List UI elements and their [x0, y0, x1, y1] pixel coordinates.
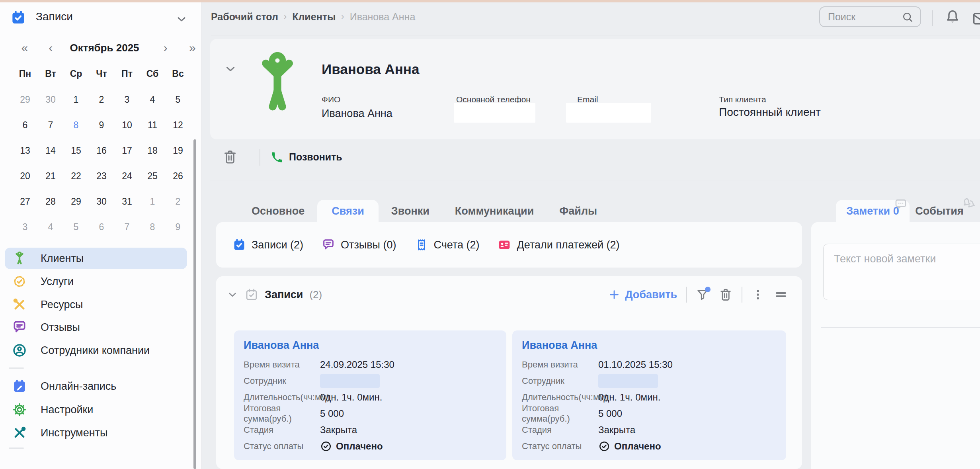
calendar-day[interactable]: 14 [38, 138, 63, 163]
new-note-input[interactable] [823, 244, 980, 300]
calendar-day[interactable]: 21 [38, 163, 63, 189]
tab-main[interactable]: Основное [239, 200, 317, 222]
call-phone-icon[interactable] [269, 150, 283, 165]
calendar-day[interactable]: 27 [12, 189, 38, 214]
calendar-next-month-button[interactable]: › [157, 39, 174, 57]
field-value-phone-redacted[interactable] [454, 103, 535, 123]
collapse-chevron-icon[interactable] [226, 289, 238, 301]
calendar-day[interactable]: 5 [63, 214, 89, 240]
record-client-link[interactable]: Иванова Анна [522, 339, 777, 352]
calendar-day[interactable]: 11 [140, 112, 165, 138]
calendar-prev-month-button[interactable]: ‹ [42, 39, 59, 57]
mail-envelope-icon[interactable] [972, 10, 980, 27]
tab-calls[interactable]: Звонки [379, 200, 442, 222]
calendar-day[interactable]: 29 [12, 87, 38, 112]
filter-button[interactable] [695, 287, 710, 302]
record-field-label: Статус оплаты [522, 441, 598, 451]
tab-communications[interactable]: Коммуникации [442, 200, 547, 222]
record-field-row: Итоговая сумма(руб.)5 000 [522, 405, 777, 422]
client-collapse-chevron-icon[interactable] [224, 62, 237, 76]
sidebar-item-services[interactable]: Услуги [5, 271, 187, 292]
topbar-divider [932, 10, 933, 26]
tab-events[interactable]: События [914, 200, 965, 222]
sidebar-item-label: Отзывы [41, 321, 80, 334]
record-card[interactable]: Иванова Анна Время визита01.10.2025 15:3… [512, 330, 786, 460]
calendar-day[interactable]: 5 [165, 87, 191, 112]
notifications-bell-icon[interactable] [944, 9, 961, 25]
calendar-day[interactable]: 19 [165, 138, 191, 163]
calendar-day[interactable]: 3 [12, 214, 38, 240]
calendar-day[interactable]: 10 [114, 112, 140, 138]
sidebar-item-clients[interactable]: Клиенты [5, 248, 187, 269]
calendar-day[interactable]: 20 [12, 163, 38, 189]
relation-records[interactable]: Записи (2) [232, 238, 303, 252]
calendar-day[interactable]: 2 [165, 189, 191, 214]
breadcrumb-item-clients[interactable]: Клиенты [292, 11, 336, 23]
sidebar-collapse-chevron-icon[interactable] [175, 13, 188, 25]
calendar-day[interactable]: 25 [140, 163, 165, 189]
delete-client-trash-icon[interactable] [222, 149, 238, 165]
layout-toggle-button[interactable] [773, 287, 789, 302]
calendar-day[interactable]: 8 [140, 214, 165, 240]
calendar-day[interactable]: 1 [140, 189, 165, 214]
field-value-email-redacted[interactable] [566, 103, 651, 123]
records-section-count: (2) [309, 289, 322, 301]
payment-card-icon [498, 238, 511, 252]
calendar-day[interactable]: 9 [89, 112, 114, 138]
sidebar-item-online-booking[interactable]: Онлайн-запись [5, 375, 187, 397]
record-field-row: Статус оплатыОплачено [244, 438, 497, 454]
calendar-day[interactable]: 12 [165, 112, 191, 138]
search-icon[interactable] [901, 11, 914, 23]
relation-reviews[interactable]: Отзывы (0) [322, 238, 396, 252]
more-options-button[interactable] [751, 288, 765, 301]
calendar-day[interactable]: 30 [38, 87, 63, 112]
calendar-day[interactable]: 15 [63, 138, 89, 163]
calendar-day[interactable]: 8 [63, 112, 89, 138]
calendar-day[interactable]: 6 [89, 214, 114, 240]
delete-records-button[interactable] [718, 287, 733, 302]
tab-relations[interactable]: Связи [317, 200, 379, 222]
calendar-day[interactable]: 7 [114, 214, 140, 240]
sidebar-item-employees[interactable]: Сотрудники компании [5, 340, 187, 361]
record-client-link[interactable]: Иванова Анна [244, 339, 497, 352]
relation-invoices[interactable]: Счета (2) [415, 238, 480, 252]
breadcrumb-item-desktop[interactable]: Рабочий стол [211, 11, 278, 23]
calendar-day[interactable]: 7 [38, 112, 63, 138]
calendar-day[interactable]: 9 [165, 214, 191, 240]
calendar-day[interactable]: 18 [140, 138, 165, 163]
calendar-next-year-button[interactable]: » [184, 39, 201, 57]
calendar-day[interactable]: 6 [12, 112, 38, 138]
calendar-day[interactable]: 2 [89, 87, 114, 112]
calendar-day[interactable]: 4 [140, 87, 165, 112]
calendar-day[interactable]: 23 [89, 163, 114, 189]
calendar-day[interactable]: 3 [114, 87, 140, 112]
calendar-day[interactable]: 28 [38, 189, 63, 214]
calendar-day[interactable]: 17 [114, 138, 140, 163]
calendar-day[interactable]: 4 [38, 214, 63, 240]
call-button[interactable]: Позвонить [289, 151, 342, 163]
calendar-day[interactable]: 31 [114, 189, 140, 214]
calendar-day[interactable]: 22 [63, 163, 89, 189]
record-card[interactable]: Иванова Анна Время визита24.09.2025 15:3… [234, 330, 506, 460]
add-record-button[interactable]: Добавить [608, 289, 677, 301]
record-field-row: Статус оплатыОплачено [522, 438, 777, 454]
calendar-day[interactable]: 16 [89, 138, 114, 163]
sidebar-item-resources[interactable]: Ресурсы [5, 294, 187, 315]
record-field-row: Время визита24.09.2025 15:30 [244, 356, 497, 373]
calendar-day[interactable]: 29 [63, 189, 89, 214]
records-section-title: Записи [265, 289, 303, 301]
calendar-day[interactable]: 13 [12, 138, 38, 163]
calendar-day[interactable]: 24 [114, 163, 140, 189]
paid-check-icon [598, 440, 610, 452]
tab-files[interactable]: Файлы [547, 200, 610, 222]
sidebar-item-settings[interactable]: Настройки [5, 399, 187, 420]
calendar-prev-year-button[interactable]: « [16, 39, 33, 57]
calendar-day[interactable]: 30 [89, 189, 114, 214]
sidebar-item-tools[interactable]: Инструменты [5, 422, 187, 444]
sidebar-scrollbar[interactable] [193, 139, 196, 469]
record-field-label: Длительность(чч:мм) [244, 392, 320, 403]
sidebar-item-reviews[interactable]: Отзывы [5, 317, 187, 338]
relation-payment-details[interactable]: Детали платежей (2) [498, 238, 619, 252]
calendar-day[interactable]: 26 [165, 163, 191, 189]
calendar-day[interactable]: 1 [63, 87, 89, 112]
